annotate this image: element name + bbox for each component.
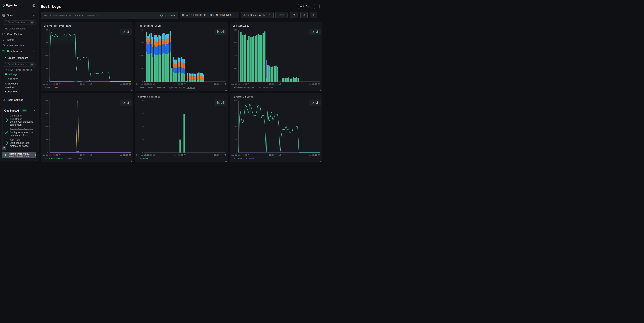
svg-text:— info: — info [43,87,50,89]
svg-text:10:30:00 AM: 10:30:00 AM [269,154,280,156]
svg-text:SSH activity: SSH activity [233,25,249,27]
svg-text:— sshd: — sshd [137,87,144,89]
svg-text:Nov 11 12:00:00 AM: Nov 11 12:00:00 AM [231,154,250,156]
svg-text:11:30:00 PM: 11:30:00 PM [214,154,226,156]
svg-text:— systemd-logind: — systemd-logind [166,87,185,89]
svg-text:Nov 11 12:00:00 AM: Nov 11 12:00:00 AM [42,154,61,156]
svg-text:750: 750 [140,42,143,44]
svg-text:250: 250 [140,68,143,70]
svg-text:+4 more: +4 more [186,87,195,89]
svg-text:— systemd: — systemd [137,157,148,160]
svg-text:— sshd: — sshd [75,157,82,160]
svg-text:100: 100 [45,126,48,128]
svg-text:0: 0 [236,81,237,83]
svg-text:Log volume over time: Log volume over time [44,25,71,27]
svg-text:0: 0 [236,152,237,154]
svg-text:750: 750 [45,42,48,44]
svg-text:10:30:00 AM: 10:30:00 AM [174,83,186,85]
svg-text:600: 600 [234,29,237,31]
svg-text:500: 500 [45,55,48,57]
svg-text:0: 0 [47,152,48,154]
svg-text:4: 4 [142,126,142,128]
svg-text:— Failed Logins: — Failed Logins [255,87,273,89]
svg-text:1K: 1K [140,29,143,31]
svg-text:150: 150 [234,68,237,70]
svg-text:Service restarts: Service restarts [138,96,160,98]
svg-text:200: 200 [45,100,48,102]
svg-text:11:30:00 PM: 11:30:00 PM [214,83,226,85]
svg-text:450: 450 [234,42,237,44]
svg-text:0: 0 [142,152,142,154]
svg-text:Nov 11 12:00:00 AM: Nov 11 12:00:00 AM [231,83,250,85]
svg-text:60: 60 [235,126,237,128]
svg-text:Nov 11 12:00:00 AM: Nov 11 12:00:00 AM [42,83,61,85]
svg-text:Firewall blocks: Firewall blocks [233,96,253,98]
svg-text:— Allowed: — Allowed [232,157,242,160]
svg-text:— fail2ban-server: — fail2ban-server [43,157,63,160]
svg-text:10:30:00 AM: 10:30:00 AM [80,83,92,85]
svg-text:30: 30 [235,139,237,141]
svg-text:90: 90 [235,113,237,115]
svg-text:11:30:00 PM: 11:30:00 PM [120,154,131,156]
svg-text:1K: 1K [46,29,48,31]
svg-text:8: 8 [142,100,142,102]
svg-text:11:30:00 PM: 11:30:00 PM [308,154,320,156]
svg-text:0: 0 [47,81,48,83]
svg-text:— CRON: — CRON [146,87,153,89]
svg-text:120: 120 [234,100,237,102]
svg-text:— Blocked: — Blocked [244,157,254,160]
svg-text:6: 6 [142,113,142,115]
svg-text:0: 0 [142,81,142,83]
svg-text:— anacron: — anacron [154,87,165,89]
svg-text:— warn: — warn [51,87,58,89]
svg-text:250: 250 [45,68,48,70]
svg-text:10:30:00 AM: 10:30:00 AM [269,83,280,85]
svg-text:Nov 11 12:00:00 AM: Nov 11 12:00:00 AM [136,83,156,85]
svg-text:2: 2 [142,139,142,141]
svg-text:500: 500 [140,55,143,57]
svg-text:150: 150 [45,113,48,115]
svg-text:— kernel: — kernel [64,157,74,160]
svg-text:Top systemd units: Top systemd units [138,25,162,27]
svg-text:Nov 11 12:00:00 AM: Nov 11 12:00:00 AM [136,154,156,156]
svg-text:10:30:00 AM: 10:30:00 AM [80,154,92,156]
svg-text:11:30:00 PM: 11:30:00 PM [120,83,131,85]
svg-text:50: 50 [46,139,48,141]
svg-text:10:30:00 AM: 10:30:00 AM [174,154,186,156]
svg-text:300: 300 [234,55,237,57]
svg-text:— Successful Logins: — Successful Logins [232,87,254,89]
svg-text:11:30:00 PM: 11:30:00 PM [308,83,320,85]
